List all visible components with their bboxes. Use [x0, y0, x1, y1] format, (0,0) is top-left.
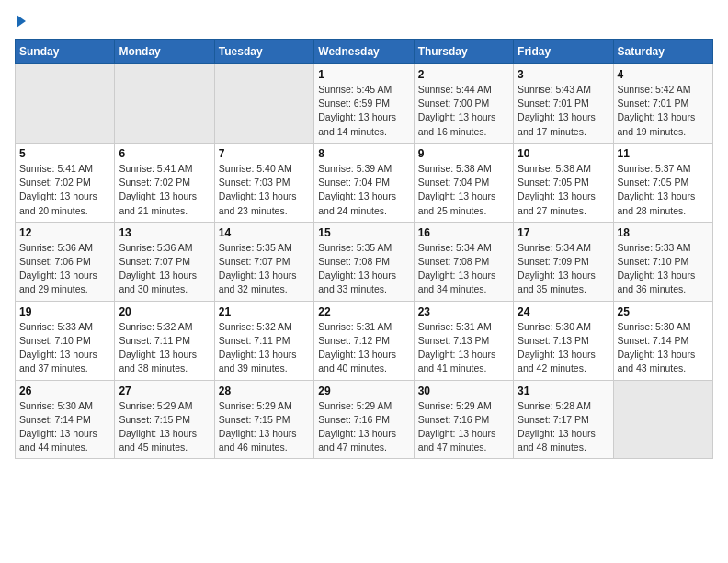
day-number: 4: [618, 68, 709, 81]
calendar-table: SundayMondayTuesdayWednesdayThursdayFrid…: [15, 39, 713, 459]
calendar-day-cell: 15Sunrise: 5:35 AM Sunset: 7:08 PM Dayli…: [314, 222, 414, 301]
day-info: Sunrise: 5:29 AM Sunset: 7:16 PM Dayligh…: [418, 399, 509, 455]
calendar-day-cell: 4Sunrise: 5:42 AM Sunset: 7:01 PM Daylig…: [613, 64, 712, 144]
calendar-week-row: 1Sunrise: 5:45 AM Sunset: 6:59 PM Daylig…: [16, 64, 713, 144]
day-info: Sunrise: 5:30 AM Sunset: 7:14 PM Dayligh…: [19, 399, 110, 455]
day-info: Sunrise: 5:37 AM Sunset: 7:05 PM Dayligh…: [618, 162, 709, 218]
calendar-day-cell: 19Sunrise: 5:33 AM Sunset: 7:10 PM Dayli…: [16, 301, 115, 380]
calendar-day-cell: 13Sunrise: 5:36 AM Sunset: 7:07 PM Dayli…: [115, 222, 214, 301]
day-info: Sunrise: 5:30 AM Sunset: 7:13 PM Dayligh…: [518, 320, 609, 376]
calendar-day-cell: 11Sunrise: 5:37 AM Sunset: 7:05 PM Dayli…: [613, 143, 712, 222]
calendar-day-header: Saturday: [613, 40, 712, 64]
day-info: Sunrise: 5:38 AM Sunset: 7:04 PM Dayligh…: [418, 162, 509, 218]
day-number: 10: [518, 147, 609, 160]
day-info: Sunrise: 5:30 AM Sunset: 7:14 PM Dayligh…: [618, 320, 709, 376]
calendar-day-header: Friday: [514, 40, 613, 64]
calendar-day-cell: 16Sunrise: 5:34 AM Sunset: 7:08 PM Dayli…: [414, 222, 513, 301]
calendar-day-cell: 21Sunrise: 5:32 AM Sunset: 7:11 PM Dayli…: [214, 301, 313, 380]
day-info: Sunrise: 5:31 AM Sunset: 7:13 PM Dayligh…: [418, 320, 509, 376]
day-number: 16: [418, 226, 509, 239]
day-number: 18: [618, 226, 709, 239]
day-info: Sunrise: 5:34 AM Sunset: 7:09 PM Dayligh…: [518, 241, 609, 297]
day-info: Sunrise: 5:41 AM Sunset: 7:02 PM Dayligh…: [19, 162, 110, 218]
day-info: Sunrise: 5:35 AM Sunset: 7:07 PM Dayligh…: [219, 241, 310, 297]
calendar-day-cell: 14Sunrise: 5:35 AM Sunset: 7:07 PM Dayli…: [214, 222, 313, 301]
day-number: 25: [618, 305, 709, 318]
calendar-day-cell: [214, 64, 313, 144]
calendar-day-cell: 8Sunrise: 5:39 AM Sunset: 7:04 PM Daylig…: [314, 143, 414, 222]
day-info: Sunrise: 5:43 AM Sunset: 7:01 PM Dayligh…: [518, 83, 609, 139]
day-info: Sunrise: 5:36 AM Sunset: 7:07 PM Dayligh…: [119, 241, 210, 297]
calendar-day-cell: [16, 64, 115, 144]
calendar-day-cell: 27Sunrise: 5:29 AM Sunset: 7:15 PM Dayli…: [115, 380, 214, 459]
calendar-day-cell: [115, 64, 214, 144]
calendar-day-cell: 7Sunrise: 5:40 AM Sunset: 7:03 PM Daylig…: [214, 143, 313, 222]
day-number: 17: [518, 226, 609, 239]
day-info: Sunrise: 5:29 AM Sunset: 7:15 PM Dayligh…: [119, 399, 210, 455]
day-info: Sunrise: 5:45 AM Sunset: 6:59 PM Dayligh…: [318, 83, 409, 139]
calendar-day-header: Sunday: [16, 40, 115, 64]
day-number: 6: [119, 147, 210, 160]
calendar-day-cell: 3Sunrise: 5:43 AM Sunset: 7:01 PM Daylig…: [514, 64, 613, 144]
day-number: 12: [19, 226, 110, 239]
calendar-week-row: 26Sunrise: 5:30 AM Sunset: 7:14 PM Dayli…: [16, 380, 713, 459]
calendar-day-cell: 17Sunrise: 5:34 AM Sunset: 7:09 PM Dayli…: [514, 222, 613, 301]
day-info: Sunrise: 5:39 AM Sunset: 7:04 PM Dayligh…: [318, 162, 409, 218]
day-number: 30: [418, 385, 509, 397]
day-number: 29: [318, 385, 409, 397]
calendar-day-cell: 20Sunrise: 5:32 AM Sunset: 7:11 PM Dayli…: [115, 301, 214, 380]
calendar-week-row: 5Sunrise: 5:41 AM Sunset: 7:02 PM Daylig…: [16, 143, 713, 222]
day-number: 24: [518, 305, 609, 318]
day-info: Sunrise: 5:40 AM Sunset: 7:03 PM Dayligh…: [219, 162, 310, 218]
calendar-day-cell: 18Sunrise: 5:33 AM Sunset: 7:10 PM Dayli…: [613, 222, 712, 301]
day-number: 19: [19, 305, 110, 318]
day-number: 27: [119, 385, 210, 397]
day-number: 20: [119, 305, 210, 318]
day-info: Sunrise: 5:31 AM Sunset: 7:12 PM Dayligh…: [318, 320, 409, 376]
calendar-day-cell: 23Sunrise: 5:31 AM Sunset: 7:13 PM Dayli…: [414, 301, 513, 380]
day-number: 26: [19, 385, 110, 397]
day-info: Sunrise: 5:34 AM Sunset: 7:08 PM Dayligh…: [418, 241, 509, 297]
calendar-week-row: 19Sunrise: 5:33 AM Sunset: 7:10 PM Dayli…: [16, 301, 713, 380]
calendar-day-header: Monday: [115, 40, 214, 64]
day-info: Sunrise: 5:42 AM Sunset: 7:01 PM Dayligh…: [618, 83, 709, 139]
day-number: 31: [518, 385, 609, 397]
day-number: 21: [219, 305, 310, 318]
day-number: 22: [318, 305, 409, 318]
calendar-day-cell: 25Sunrise: 5:30 AM Sunset: 7:14 PM Dayli…: [613, 301, 712, 380]
logo-arrow-icon: [17, 15, 26, 28]
calendar-day-header: Wednesday: [314, 40, 414, 64]
day-info: Sunrise: 5:32 AM Sunset: 7:11 PM Dayligh…: [219, 320, 310, 376]
day-number: 11: [618, 147, 709, 160]
day-number: 15: [318, 226, 409, 239]
day-info: Sunrise: 5:32 AM Sunset: 7:11 PM Dayligh…: [119, 320, 210, 376]
calendar-day-cell: 24Sunrise: 5:30 AM Sunset: 7:13 PM Dayli…: [514, 301, 613, 380]
day-number: 23: [418, 305, 509, 318]
calendar-day-cell: 12Sunrise: 5:36 AM Sunset: 7:06 PM Dayli…: [16, 222, 115, 301]
calendar-day-cell: 22Sunrise: 5:31 AM Sunset: 7:12 PM Dayli…: [314, 301, 414, 380]
day-info: Sunrise: 5:33 AM Sunset: 7:10 PM Dayligh…: [618, 241, 709, 297]
day-info: Sunrise: 5:44 AM Sunset: 7:00 PM Dayligh…: [418, 83, 509, 139]
calendar-day-cell: [613, 380, 712, 459]
calendar-day-cell: 30Sunrise: 5:29 AM Sunset: 7:16 PM Dayli…: [414, 380, 513, 459]
day-number: 13: [119, 226, 210, 239]
calendar-day-header: Tuesday: [214, 40, 313, 64]
day-info: Sunrise: 5:29 AM Sunset: 7:15 PM Dayligh…: [219, 399, 310, 455]
day-info: Sunrise: 5:41 AM Sunset: 7:02 PM Dayligh…: [119, 162, 210, 218]
calendar-day-cell: 10Sunrise: 5:38 AM Sunset: 7:05 PM Dayli…: [514, 143, 613, 222]
day-number: 8: [318, 147, 409, 160]
calendar-day-cell: 1Sunrise: 5:45 AM Sunset: 6:59 PM Daylig…: [314, 64, 414, 144]
day-number: 28: [219, 385, 310, 397]
calendar-header-row: SundayMondayTuesdayWednesdayThursdayFrid…: [16, 40, 713, 64]
day-number: 2: [418, 68, 509, 81]
day-info: Sunrise: 5:33 AM Sunset: 7:10 PM Dayligh…: [19, 320, 110, 376]
day-info: Sunrise: 5:38 AM Sunset: 7:05 PM Dayligh…: [518, 162, 609, 218]
calendar-day-cell: 31Sunrise: 5:28 AM Sunset: 7:17 PM Dayli…: [514, 380, 613, 459]
day-number: 5: [19, 147, 110, 160]
calendar-day-cell: 5Sunrise: 5:41 AM Sunset: 7:02 PM Daylig…: [16, 143, 115, 222]
day-info: Sunrise: 5:36 AM Sunset: 7:06 PM Dayligh…: [19, 241, 110, 297]
day-number: 1: [318, 68, 409, 81]
calendar-day-cell: 29Sunrise: 5:29 AM Sunset: 7:16 PM Dayli…: [314, 380, 414, 459]
logo: [15, 15, 26, 28]
calendar-day-cell: 26Sunrise: 5:30 AM Sunset: 7:14 PM Dayli…: [16, 380, 115, 459]
